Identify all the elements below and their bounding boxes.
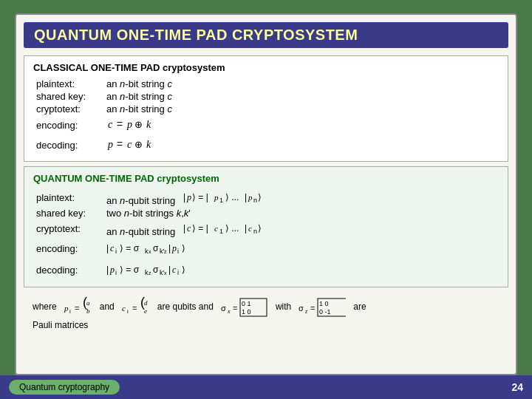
- where-label: where: [33, 301, 57, 312]
- svg-text:⟩ = |: ⟩ = |: [192, 223, 208, 233]
- table-row: encoding: c = p ⊕ k: [33, 115, 499, 135]
- svg-text:|: |: [183, 192, 185, 202]
- table-row: plaintext: an n-qubit string | p ⟩ = | p…: [33, 188, 499, 207]
- pauli-label: Pauli matrices: [33, 320, 88, 330]
- slide-title: QUANTUM ONE-TIME PAD CRYPTOSYSTEM: [24, 22, 508, 48]
- label-cryptotext: cryptotext:: [33, 103, 103, 115]
- svg-text:σ: σ: [153, 243, 159, 253]
- svg-text:b: b: [86, 307, 90, 315]
- are-label: are: [353, 301, 366, 312]
- svg-text:i: i: [127, 308, 129, 315]
- svg-text:p: p: [109, 265, 115, 275]
- q-label-plaintext: plaintext:: [33, 188, 103, 207]
- svg-text:i: i: [69, 308, 71, 315]
- svg-text:p: p: [248, 193, 253, 202]
- svg-text:|: |: [106, 265, 109, 275]
- svg-text:|: |: [168, 265, 171, 275]
- with-label: with: [276, 301, 291, 312]
- table-row: cryptotext: an n-qubit string | c ⟩ = | …: [33, 219, 499, 238]
- svg-text:=: =: [233, 304, 237, 313]
- svg-text:⟩: ⟩: [258, 192, 262, 202]
- classical-heading: CLASSICAL ONE-TIME PAD cryptosystem: [33, 62, 499, 73]
- value-sharedkey: an n-bit string c: [103, 90, 499, 103]
- svg-text:x: x: [227, 308, 231, 315]
- svg-text:⟩ ...: ⟩ ...: [225, 223, 239, 233]
- q-value-encoding: | c i ⟩ = σ k x σ k' z | p i ⟩: [103, 238, 499, 259]
- quantum-section: QUANTUM ONE-TIME PAD cryptosystem plaint…: [24, 166, 508, 287]
- svg-text:σ: σ: [221, 304, 226, 313]
- table-row: decoding: | p i ⟩ = σ k z σ k' x | c: [33, 259, 499, 281]
- pi-matrix: p i = ( a b ): [64, 296, 92, 318]
- where-section: where p i = ( a b ) and c i = ( d e are …: [24, 292, 508, 337]
- svg-text:p: p: [214, 193, 219, 202]
- svg-text:n: n: [253, 197, 257, 204]
- svg-text:=: =: [117, 138, 123, 150]
- sigma-x-matrix: σ x = 0 1 1 0: [221, 296, 268, 318]
- are-qubits-label: are qubits and: [157, 301, 214, 312]
- svg-text:1  0: 1 0: [319, 300, 329, 307]
- value-plaintext: an n-bit string c: [103, 78, 499, 90]
- label-encoding: encoding:: [33, 115, 103, 135]
- svg-text:e: e: [144, 307, 147, 315]
- svg-text:⟩ = σ: ⟩ = σ: [120, 243, 140, 253]
- page-number: 24: [511, 381, 523, 393]
- svg-text:n: n: [253, 228, 257, 235]
- svg-text:d: d: [144, 299, 148, 307]
- svg-text:⊕: ⊕: [134, 139, 143, 150]
- svg-text:i: i: [177, 248, 179, 255]
- slide: QUANTUM ONE-TIME PAD CRYPTOSYSTEM CLASSI…: [15, 13, 517, 375]
- footer-label: Quantum cryptography: [9, 380, 120, 395]
- svg-text:c: c: [248, 224, 252, 233]
- q-label-sharedkey: shared key:: [33, 207, 103, 219]
- svg-text:i: i: [115, 248, 117, 255]
- svg-text:c: c: [127, 139, 132, 150]
- svg-text:⟩: ⟩: [182, 243, 185, 253]
- q-label-cryptotext: cryptotext:: [33, 219, 103, 238]
- svg-text:⟩ = σ: ⟩ = σ: [120, 265, 140, 275]
- table-row: shared key: two n-bit strings k,k': [33, 207, 499, 219]
- footer-bar: Quantum cryptography 24: [0, 375, 532, 399]
- svg-text:⊕: ⊕: [134, 119, 143, 130]
- svg-text:|: |: [168, 243, 171, 253]
- svg-text:⟩ ...: ⟩ ...: [225, 192, 239, 202]
- svg-text:|: |: [183, 223, 185, 233]
- q-value-plaintext: an n-qubit string | p ⟩ = | p 1 ⟩ ... | …: [103, 188, 499, 207]
- ci-matrix: c i = ( d e: [122, 296, 150, 318]
- svg-text:|: |: [245, 192, 247, 202]
- and-label: and: [100, 301, 115, 312]
- q-value-cryptotext: an n-qubit string | c ⟩ = | c 1 ⟩ ... | …: [103, 219, 499, 238]
- svg-text:k: k: [146, 119, 151, 130]
- qubit-ket-c: | c ⟩ = | c 1 ⟩ ... | c n ⟩: [183, 220, 279, 235]
- qubit-ket-p: | p ⟩ = | p 1 ⟩ ... | p n ⟩: [183, 189, 279, 204]
- svg-text:c: c: [187, 223, 191, 233]
- encoding-formula-svg: c = p ⊕ k: [106, 116, 166, 132]
- svg-text:|: |: [106, 243, 109, 253]
- table-row: encoding: | c i ⟩ = σ k x σ k' z | p: [33, 238, 499, 259]
- svg-text:1: 1: [219, 197, 223, 204]
- table-row: decoding: p = c ⊕ k: [33, 135, 499, 155]
- svg-text:z: z: [149, 270, 151, 276]
- svg-text:σ: σ: [299, 304, 304, 313]
- svg-text:0 1: 0 1: [242, 300, 251, 307]
- svg-text:c: c: [214, 224, 218, 233]
- svg-text:⟩: ⟩: [258, 223, 262, 233]
- svg-text:x: x: [149, 249, 151, 254]
- svg-text:c: c: [108, 119, 113, 130]
- table-row: shared key: an n-bit string c: [33, 90, 499, 103]
- svg-text:p: p: [126, 119, 132, 130]
- label-sharedkey: shared key:: [33, 90, 103, 103]
- svg-text:=: =: [310, 304, 315, 313]
- decoding-formula-svg: p = c ⊕ k: [106, 136, 166, 152]
- classical-section: CLASSICAL ONE-TIME PAD cryptosystem plai…: [24, 55, 508, 162]
- svg-text:⟩ = |: ⟩ = |: [192, 192, 208, 202]
- svg-text:i: i: [115, 269, 117, 276]
- svg-text:p: p: [186, 192, 191, 202]
- q-label-encoding: encoding:: [33, 238, 103, 259]
- svg-text:σ: σ: [153, 265, 159, 275]
- svg-text:=: =: [117, 118, 123, 130]
- svg-text:=: =: [75, 304, 79, 313]
- svg-text:k: k: [146, 139, 151, 150]
- svg-text:c: c: [110, 243, 115, 253]
- svg-text:z: z: [164, 249, 167, 254]
- svg-text:⟩: ⟩: [182, 265, 185, 275]
